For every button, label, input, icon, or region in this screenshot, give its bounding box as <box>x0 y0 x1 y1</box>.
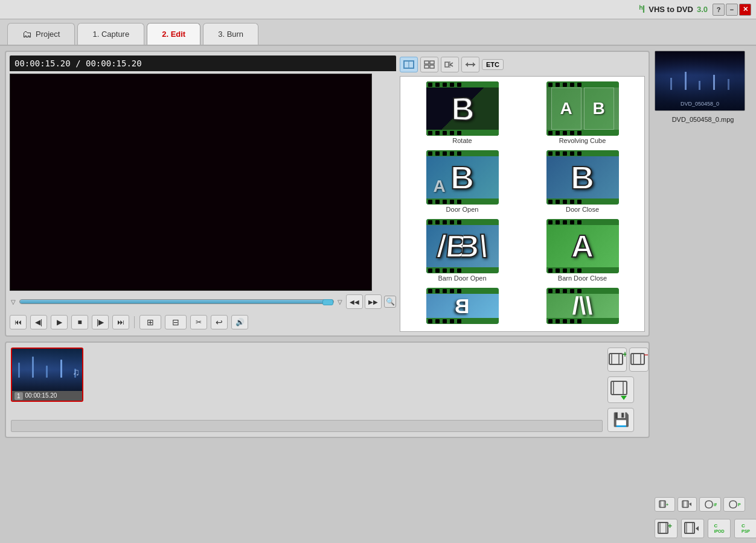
skip-back-button[interactable]: ◀◀ <box>346 294 363 309</box>
scrubber-thumb[interactable] <box>322 299 333 305</box>
svg-text:PSP: PSP <box>738 503 741 507</box>
transitions-panel: ETC B <box>400 56 645 332</box>
tab-project[interactable]: 🗂 Project <box>7 23 75 45</box>
delete-frame-button[interactable]: ⊟ <box>165 315 187 329</box>
media-filename: DVD_050458_0.mpg <box>655 116 751 123</box>
svg-marker-32 <box>689 503 691 506</box>
video-scrubber[interactable]: ▽ ▽ ◀◀ ▶▶ 🔍 <box>10 293 396 310</box>
video-screen <box>10 74 372 291</box>
goto-end-button[interactable]: ⏭ <box>112 315 129 329</box>
add-remove-clip-buttons: + − <box>607 348 644 372</box>
transition-revolving-label: Revolving Cube <box>559 137 606 144</box>
video-area: 00:00:15.20 / 00:00:15.20 ▽ ▽ ◀◀ ▶▶ 🔍 <box>5 51 650 337</box>
video-controls: ⏮ ◀| ▶ ■ |▶ ⏭ ⊞ ⊟ ✂ ↩ 🔊 <box>10 313 396 332</box>
transition-barn-close-thumb: A <box>546 219 619 273</box>
transition-barn-open-label: Barn Door Open <box>438 275 486 282</box>
etc-button[interactable]: ETC <box>482 59 504 70</box>
timeline-clip[interactable]: ♫ 1 00:00:15.20 <box>11 348 83 402</box>
scrubber-track[interactable] <box>19 299 334 304</box>
media-thumb-text: DVD_050458_0 <box>655 101 745 107</box>
transition-door-open[interactable]: B A Door Open <box>403 148 522 215</box>
svg-text:−: − <box>644 351 648 360</box>
transition-rotate-thumb: B <box>426 81 499 136</box>
transition-barn-open-thumb: /B B\ <box>426 219 499 273</box>
tab-capture[interactable]: 1. Capture <box>77 23 144 45</box>
export-dvd-button[interactable]: + <box>655 497 675 512</box>
project-folder-icon: 🗂 <box>22 29 32 40</box>
transition-door-close-thumb: B <box>546 150 619 205</box>
scrubber-end-marker: ▽ <box>336 297 344 306</box>
scissors-button[interactable]: ✂ <box>190 315 207 329</box>
export-ipod-btn2[interactable]: CiPOD <box>708 519 731 538</box>
fast-forward-button[interactable]: ▶▶ <box>365 294 382 309</box>
transition-more-2[interactable]: /\\ <box>523 285 642 326</box>
tab-bar: 🗂 Project 1. Capture 2. Edit 3. Burn <box>0 19 756 46</box>
step-back-button[interactable]: ◀| <box>30 315 47 329</box>
svg-marker-42 <box>696 526 699 531</box>
export-upload-button[interactable] <box>681 519 704 538</box>
timeline-status-bar <box>11 420 603 432</box>
export-add-button[interactable]: + <box>655 519 678 538</box>
remove-clip-button[interactable]: − <box>629 348 649 372</box>
title-bar: ʰl VHS to DVD 3.0 ? − ✕ <box>0 0 756 19</box>
help-button[interactable]: ? <box>713 4 725 16</box>
close-button[interactable]: ✕ <box>739 4 751 16</box>
export-psp-btn2[interactable]: CPSP <box>734 519 756 538</box>
svg-text:+: + <box>666 503 668 507</box>
minimize-button[interactable]: − <box>726 4 738 16</box>
transition-more-1[interactable]: B <box>403 285 522 326</box>
goto-start-button[interactable]: ⏮ <box>10 315 27 329</box>
clip-timecode: 00:00:15.20 <box>25 392 57 400</box>
svg-text:+: + <box>623 351 626 359</box>
tab-edit[interactable]: 2. Edit <box>147 23 200 45</box>
app-brand: ʰl VHS to DVD 3.0 <box>639 4 708 15</box>
export-psp-button[interactable]: PSP <box>723 497 745 512</box>
export-ipod-button[interactable]: iPOD <box>699 497 721 512</box>
transitions-split-btn[interactable] <box>441 57 459 72</box>
transition-revolving-cube[interactable]: A B Revolving Cube <box>523 79 642 147</box>
transition-barn-door-open[interactable]: /B B\ Barn Door Open <box>403 217 522 284</box>
svg-text:+: + <box>668 522 672 530</box>
transitions-arrows-btn[interactable] <box>461 57 479 72</box>
music-note-icon: ♫ <box>72 367 80 378</box>
scrubber-start-marker: ▽ <box>10 297 17 306</box>
left-panel: 00:00:15.20 / 00:00:15.20 ▽ ▽ ◀◀ ▶▶ 🔍 <box>5 51 650 538</box>
clip-number: 1 <box>14 392 23 400</box>
transitions-grid: B Rotate <box>400 77 644 329</box>
transition-barn-close-label: Barn Door Close <box>558 275 607 282</box>
transition-rotate[interactable]: B Rotate <box>403 79 522 147</box>
right-panel: DVD_050458_0 DVD_050458_0.mpg + iPOD PSP… <box>655 51 751 538</box>
svg-rect-3 <box>430 61 434 64</box>
save-button[interactable]: 💾 <box>607 408 634 432</box>
stop-button[interactable]: ■ <box>71 315 88 329</box>
add-clip-button[interactable]: + <box>607 348 627 372</box>
media-thumbnail: DVD_050458_0 <box>655 51 745 111</box>
export-buttons: + iPOD PSP <box>655 492 751 512</box>
insert-frame-button[interactable]: ⊞ <box>139 315 161 329</box>
play-button[interactable]: ▶ <box>51 315 68 329</box>
brand-logo-icon: ʰl <box>639 4 645 15</box>
svg-rect-2 <box>424 61 429 64</box>
overlay-button[interactable]: ↩ <box>211 315 228 329</box>
app-version-label: 3.0 <box>697 5 708 14</box>
transitions-view-btn1[interactable] <box>400 57 418 72</box>
transitions-grid-container[interactable]: B Rotate <box>400 76 645 332</box>
controls-separator1 <box>134 316 135 328</box>
scrubber-fill <box>20 300 333 303</box>
transition-barn-door-close[interactable]: A Barn Door Close <box>523 217 642 284</box>
tab-burn[interactable]: 3. Burn <box>203 23 258 45</box>
volume-button[interactable]: 🔊 <box>231 315 248 329</box>
tab-burn-label: 3. Burn <box>218 30 243 39</box>
svg-rect-6 <box>445 62 449 67</box>
zoom-button[interactable]: 🔍 <box>384 296 396 308</box>
svg-text:iPOD: iPOD <box>714 503 717 507</box>
clip-info: 1 00:00:15.20 <box>12 391 82 401</box>
app-name-label: VHS to DVD <box>649 5 693 14</box>
export-clip-button[interactable] <box>607 376 634 403</box>
export-share-button[interactable] <box>678 497 697 512</box>
transition-revolving-thumb: A B <box>546 81 619 136</box>
transitions-view-btn2[interactable] <box>420 57 438 72</box>
transition-door-close[interactable]: B Door Close <box>523 148 642 215</box>
step-forward-button[interactable]: |▶ <box>92 315 109 329</box>
svg-rect-4 <box>424 65 429 68</box>
